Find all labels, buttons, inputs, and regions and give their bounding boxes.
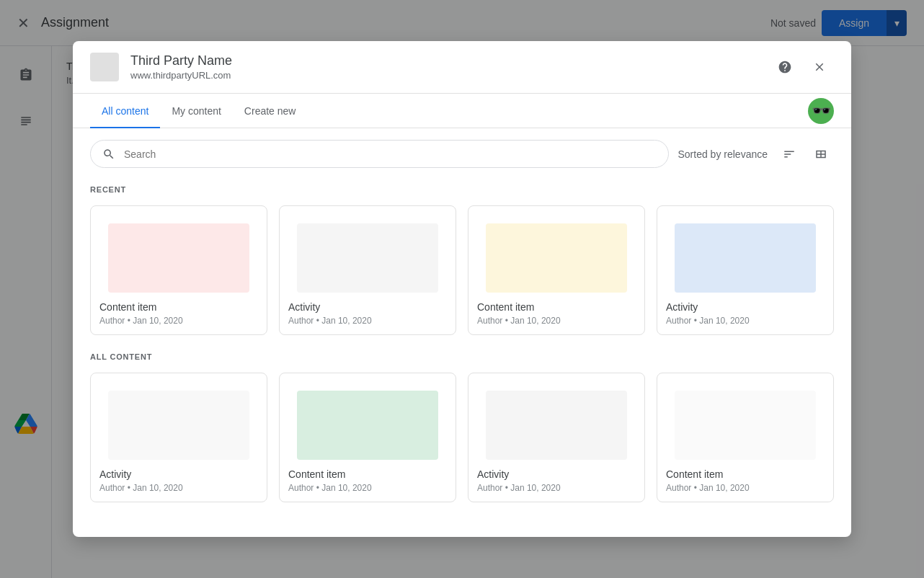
all-card-meta-2: Author • Jan 10, 2020 [477,483,636,493]
all-card-3[interactable]: Content item Author • Jan 10, 2020 [657,373,834,502]
recent-card-1[interactable]: Activity Author • Jan 10, 2020 [279,205,456,335]
all-card-info-0: Activity Author • Jan 10, 2020 [91,460,267,502]
modal-header: Third Party Name www.thirdpartyURL.com [73,41,851,94]
user-avatar[interactable]: 🕶️ [808,98,834,124]
modal-url: www.thirdpartyURL.com [130,70,770,81]
card-title-2: Content item [477,301,636,313]
all-card-thumb-image-0 [108,391,249,460]
all-card-thumb-image-2 [486,391,626,460]
modal-overlay: Third Party Name www.thirdpartyURL.com A… [0,0,924,578]
search-box[interactable] [90,140,669,168]
card-thumb-image-0 [108,223,249,293]
card-thumb-1 [280,206,456,293]
all-card-title-1: Content item [288,468,447,480]
tab-create-new[interactable]: Create new [233,94,308,128]
all-card-thumb-image-1 [297,391,437,460]
third-party-logo [90,53,119,81]
content-picker-modal: Third Party Name www.thirdpartyURL.com A… [73,41,851,537]
all-card-meta-3: Author • Jan 10, 2020 [666,483,825,493]
card-title-1: Activity [288,301,447,313]
search-input[interactable] [124,148,657,160]
all-card-1[interactable]: Content item Author • Jan 10, 2020 [279,373,456,502]
all-content-cards-grid: Activity Author • Jan 10, 2020 Content i… [90,373,834,502]
all-card-thumb-0 [91,373,267,460]
recent-section: RECENT Content item Author • Jan 10, 202… [90,185,834,335]
all-card-info-1: Content item Author • Jan 10, 2020 [280,460,456,502]
tab-all-content[interactable]: All content [90,94,160,128]
all-card-thumb-1 [280,373,456,460]
modal-header-actions [770,53,834,81]
all-card-info-2: Activity Author • Jan 10, 2020 [468,460,644,502]
sort-icons-group [776,141,834,167]
card-meta-1: Author • Jan 10, 2020 [288,316,447,326]
sort-options-button[interactable] [776,141,802,167]
modal-header-info: Third Party Name www.thirdpartyURL.com [130,53,770,81]
all-card-meta-0: Author • Jan 10, 2020 [99,483,258,493]
all-card-meta-1: Author • Jan 10, 2020 [288,483,447,493]
card-meta-3: Author • Jan 10, 2020 [666,316,825,326]
card-meta-0: Author • Jan 10, 2020 [99,316,258,326]
card-info-1: Activity Author • Jan 10, 2020 [280,293,456,334]
all-card-thumb-image-3 [675,391,815,460]
card-thumb-image-2 [486,223,626,293]
all-card-thumb-3 [657,373,833,460]
modal-title: Third Party Name [130,53,770,68]
all-card-thumb-2 [468,373,644,460]
tab-my-content[interactable]: My content [160,94,232,128]
all-card-0[interactable]: Activity Author • Jan 10, 2020 [90,373,267,502]
card-thumb-0 [91,206,267,293]
recent-card-0[interactable]: Content item Author • Jan 10, 2020 [90,205,267,335]
grid-view-button[interactable] [808,141,834,167]
card-meta-2: Author • Jan 10, 2020 [477,316,636,326]
card-thumb-2 [468,206,644,293]
all-card-title-2: Activity [477,468,636,480]
card-title-3: Activity [666,301,825,313]
all-card-info-3: Content item Author • Jan 10, 2020 [657,460,833,502]
modal-close-button[interactable] [805,53,834,81]
card-thumb-image-3 [675,223,815,293]
recent-card-2[interactable]: Content item Author • Jan 10, 2020 [468,205,645,335]
recent-cards-grid: Content item Author • Jan 10, 2020 Activ… [90,205,834,335]
all-content-section-label: ALL CONTENT [90,352,834,361]
help-button[interactable] [770,53,799,81]
all-card-2[interactable]: Activity Author • Jan 10, 2020 [468,373,645,502]
modal-content: RECENT Content item Author • Jan 10, 202… [73,179,851,537]
search-area: Sorted by relevance [73,128,851,179]
card-thumb-3 [657,206,833,293]
search-icon [102,146,115,161]
modal-tabs: All content My content Create new 🕶️ [73,94,851,128]
all-card-title-0: Activity [99,468,258,480]
avatar-image: 🕶️ [808,98,834,124]
recent-section-label: RECENT [90,185,834,194]
all-card-title-3: Content item [666,468,825,480]
all-content-section: ALL CONTENT Activity Author • Jan 10, 20… [90,352,834,502]
card-info-0: Content item Author • Jan 10, 2020 [91,293,267,334]
sort-label: Sorted by relevance [678,148,768,160]
card-thumb-image-1 [297,223,437,293]
card-info-3: Activity Author • Jan 10, 2020 [657,293,833,334]
recent-card-3[interactable]: Activity Author • Jan 10, 2020 [657,205,834,335]
card-info-2: Content item Author • Jan 10, 2020 [468,293,644,334]
card-title-0: Content item [99,301,258,313]
